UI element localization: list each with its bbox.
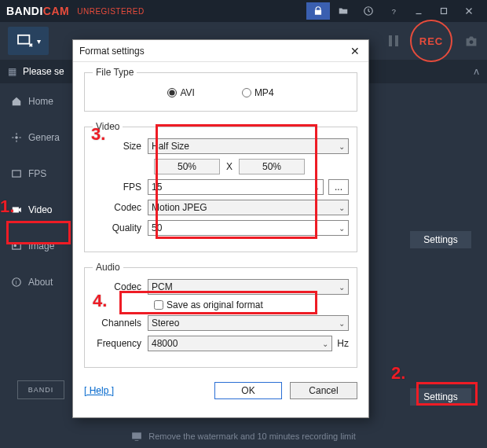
- help-link[interactable]: [ Help ]: [84, 385, 114, 396]
- video-codec-select[interactable]: Motion JPEG⌄: [148, 200, 349, 215]
- frequency-select[interactable]: 48000⌄: [148, 336, 332, 351]
- format-settings-dialog: Format settings ✕ File Type AVI MP4 Vide…: [72, 39, 369, 418]
- fps-select[interactable]: 15⌄: [148, 179, 324, 195]
- save-original-label: Save as original format: [167, 299, 263, 310]
- video-settings-button[interactable]: Settings: [410, 231, 471, 248]
- svg-rect-6: [18, 35, 29, 44]
- close-icon[interactable]: [457, 2, 481, 20]
- width-pct-input[interactable]: 50%: [154, 159, 220, 174]
- filetype-mp4-radio[interactable]: MP4: [242, 87, 274, 98]
- video-codec-label: Codec: [93, 202, 148, 213]
- fps-more-button[interactable]: ...: [328, 179, 349, 195]
- mode-select-button[interactable]: ▾: [8, 27, 49, 55]
- status-unregistered: UNREGISTERED: [77, 7, 144, 16]
- annotation-1: 1.: [0, 196, 14, 217]
- brand: BANDICAM: [6, 5, 69, 17]
- cancel-button[interactable]: Cancel: [290, 382, 357, 399]
- svg-rect-7: [389, 35, 392, 46]
- svg-rect-8: [395, 35, 398, 46]
- minimize-icon[interactable]: [407, 2, 430, 20]
- svg-rect-11: [13, 171, 21, 177]
- quality-label: Quality: [93, 222, 148, 233]
- pause-icon[interactable]: [388, 35, 399, 47]
- svg-point-10: [15, 136, 18, 139]
- camera-icon[interactable]: [463, 35, 479, 47]
- svg-rect-3: [441, 9, 447, 14]
- sidebar-item-fps[interactable]: FPS: [0, 156, 68, 192]
- dialog-title: Format settings: [79, 46, 145, 57]
- footer-text: Remove the watermark and 10 minutes reco…: [0, 424, 487, 448]
- sidebar-item-home[interactable]: Home: [0, 83, 68, 119]
- audio-legend: Audio: [93, 262, 123, 273]
- record-button[interactable]: REC: [410, 20, 452, 62]
- help-icon[interactable]: ?: [382, 2, 405, 20]
- titlebar: BANDICAM UNREGISTERED ?: [0, 0, 487, 22]
- annotation-3: 3.: [91, 124, 105, 145]
- hz-label: Hz: [337, 338, 349, 349]
- svg-text:i: i: [16, 280, 17, 285]
- svg-point-14: [14, 244, 16, 246]
- sidebar-item-image[interactable]: Image: [0, 228, 68, 264]
- filetype-group: File Type AVI MP4: [84, 67, 357, 112]
- filetype-legend: File Type: [93, 67, 137, 78]
- save-original-checkbox[interactable]: [154, 300, 163, 310]
- svg-rect-13: [13, 243, 21, 249]
- height-pct-input[interactable]: 50%: [239, 159, 305, 174]
- channels-label: Channels: [93, 318, 148, 329]
- clock-icon[interactable]: [357, 2, 380, 20]
- audio-codec-select[interactable]: PCM⌄: [148, 279, 349, 295]
- chevron-up-icon[interactable]: ʌ: [474, 66, 479, 77]
- svg-rect-17: [132, 432, 141, 439]
- lock-icon[interactable]: [306, 2, 330, 20]
- dialog-close-icon[interactable]: ✕: [348, 44, 362, 58]
- quality-select[interactable]: 50⌄: [148, 220, 349, 236]
- annotation-2: 2.: [391, 363, 405, 384]
- brand-footer-box: BANDI: [17, 380, 64, 399]
- folder-icon[interactable]: [331, 2, 355, 20]
- size-select[interactable]: Half Size⌄: [148, 138, 349, 154]
- frequency-label: Frequency: [93, 338, 148, 349]
- ok-button[interactable]: OK: [214, 382, 282, 399]
- video-group: Video Size Half Size⌄ 50% X 50% FPS 15⌄ …: [84, 121, 357, 252]
- maximize-icon[interactable]: [432, 2, 456, 20]
- audio-settings-button[interactable]: Settings: [410, 388, 471, 406]
- sidebar-item-general[interactable]: Genera: [0, 119, 68, 156]
- channels-select[interactable]: Stereo⌄: [148, 315, 349, 331]
- fps-label: FPS: [93, 182, 148, 193]
- svg-text:?: ?: [392, 8, 396, 16]
- annotation-4: 4.: [93, 291, 107, 311]
- sidebar: Home Genera FPS Video Image iAbout: [0, 83, 68, 300]
- audio-group: Audio Codec PCM⌄ Save as original format…: [84, 262, 357, 368]
- filetype-avi-radio[interactable]: AVI: [167, 87, 194, 98]
- sidebar-item-about[interactable]: iAbout: [0, 264, 68, 300]
- svg-point-9: [470, 40, 474, 44]
